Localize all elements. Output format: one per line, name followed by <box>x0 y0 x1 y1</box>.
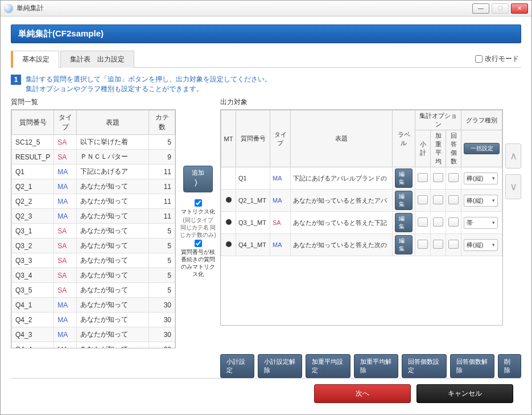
table-row[interactable]: Q2_2MAあなたが知って11 <box>12 194 175 209</box>
step-text-1: 集計する質問を選択して「追加」ボタンを押し、出力対象を設定してください。 <box>26 75 271 84</box>
table-row[interactable]: Q2_1_MTMAあなたが知っていると答えたアパ編集棒(縦) <box>221 190 502 212</box>
cell-title: あなたが知っていると答えた次の <box>291 234 393 256</box>
subtotal-set-button[interactable]: 小計設定 <box>220 354 254 378</box>
table-row[interactable]: Q3_1SAあなたが知って5 <box>12 224 175 239</box>
table-row[interactable]: Q1MA下記にあげるア11 <box>12 165 175 179</box>
rcount-check[interactable] <box>448 217 459 227</box>
graph-type-select[interactable]: 棒(縦) <box>464 239 498 251</box>
table-row[interactable]: Q3_5SAあなたが知って5 <box>12 283 175 298</box>
table-row[interactable]: Q4_1_MTMAあなたが知っていると答えた次の編集棒(縦) <box>221 234 502 256</box>
cell-title: あなたが知って <box>77 298 149 313</box>
step-number: 1 <box>11 75 21 85</box>
rcount-check[interactable] <box>448 195 459 204</box>
batch-set-button[interactable]: 一括設定 <box>464 143 500 154</box>
cell-qno: Q1 <box>236 167 270 190</box>
table-row[interactable]: Q2_1MAあなたが知って11 <box>12 179 175 194</box>
matrix-label: マトリクス化 <box>181 208 215 215</box>
move-up-button[interactable]: ∧ <box>505 143 521 169</box>
mt-dot-icon <box>226 241 232 247</box>
delete-button[interactable]: 削除 <box>498 354 521 378</box>
matrix-checkbox[interactable] <box>195 199 202 207</box>
cell-qno: Q2_2 <box>12 194 54 209</box>
maximize-button[interactable]: ☐ <box>492 3 509 14</box>
subtotal-check[interactable] <box>418 240 428 249</box>
cancel-button[interactable]: キャンセル <box>416 384 513 403</box>
table-row[interactable]: Q3_3SAあなたが知って5 <box>12 253 175 268</box>
table-row[interactable]: SC12_5SA以下に挙げた着5 <box>12 135 175 150</box>
wavg-set-button[interactable]: 加重平均設定 <box>306 354 350 378</box>
table-row[interactable]: Q4_2MAあなたが知って30 <box>12 313 175 327</box>
table-row[interactable]: Q3_1_MTSAあなたが知っていると答えた下記編集帯 <box>221 212 502 234</box>
wavg-check[interactable] <box>433 240 443 249</box>
add-button[interactable]: 追加 〉 <box>183 166 213 192</box>
cell-title: 下記にあげるアパレルブランドの <box>291 167 393 190</box>
cell-type: SA <box>54 150 77 165</box>
chevron-right-icon: 〉 <box>194 178 202 188</box>
tab-output[interactable]: 集計表 出力設定 <box>60 51 134 68</box>
move-down-button[interactable]: ∨ <box>505 174 521 199</box>
cell-title: 以下に挙げた着 <box>77 135 149 150</box>
linebreak-mode-checkbox[interactable] <box>475 55 482 63</box>
linebreak-mode-toggle[interactable]: 改行モード <box>475 54 521 64</box>
seq-matrix-checkbox[interactable] <box>195 240 202 247</box>
cell-cats: 30 <box>149 342 175 349</box>
tab-basic[interactable]: 基本設定 <box>11 51 59 68</box>
table-row[interactable]: Q3_4SAあなたが知って5 <box>12 268 175 283</box>
col-mt: MT <box>221 110 236 167</box>
next-button[interactable]: 次へ <box>314 384 411 403</box>
cell-qno: Q1 <box>12 165 54 179</box>
table-row[interactable]: Q4_4MAあなたが知って30 <box>12 342 175 349</box>
page-banner: 単純集計(CF2sample) <box>11 24 521 43</box>
minimize-button[interactable]: — <box>472 3 489 14</box>
footer: 次へ キャンセル <box>11 378 521 409</box>
window-title: 単純集計 <box>17 3 472 13</box>
cell-title: あなたが知って <box>77 224 149 239</box>
graph-type-select[interactable]: 棒(縦) <box>464 195 498 207</box>
table-row[interactable]: Q1MA下記にあげるアパレルブランドの編集棒(縦) <box>221 167 502 190</box>
table-row[interactable]: Q4_1MAあなたが知って30 <box>12 298 175 313</box>
question-list-table[interactable]: 質問番号 タイプ 表題 カテ数 SC12_5SA以下に挙げた着5RESULT_P… <box>11 109 176 348</box>
rcount-clear-button[interactable]: 回答個数解除 <box>450 354 495 378</box>
cell-type: MA <box>54 179 77 194</box>
edit-label-button[interactable]: 編集 <box>395 213 413 232</box>
cell-cats: 30 <box>149 327 175 342</box>
subtotal-check[interactable] <box>418 217 428 227</box>
col-agg-group: 集計オプション <box>415 110 461 130</box>
table-row[interactable]: Q2_3MAあなたが知って11 <box>12 209 175 224</box>
cell-qno: Q3_4 <box>12 268 54 283</box>
cell-cats: 5 <box>149 268 175 283</box>
cell-cats: 11 <box>149 194 175 209</box>
close-button[interactable]: ✕ <box>511 3 528 14</box>
graph-type-select[interactable]: 帯 <box>464 217 498 229</box>
output-target-table[interactable]: MT 質問番号 タイプ 表題 ラベル 集計オプション グラフ種別 小計 <box>220 109 503 326</box>
graph-type-select[interactable]: 棒(縦) <box>464 172 498 184</box>
cell-type: MA <box>270 190 291 212</box>
table-row[interactable]: Q4_3MAあなたが知って30 <box>12 327 175 342</box>
rcount-check[interactable] <box>448 240 459 249</box>
edit-label-button[interactable]: 編集 <box>395 235 413 254</box>
table-row[interactable]: RESULT_PSAＰＮＣＬパター9 <box>12 150 175 165</box>
col-r-title: 表題 <box>291 110 393 167</box>
table-row[interactable]: Q3_2SAあなたが知って5 <box>12 239 175 253</box>
cell-qno: RESULT_P <box>12 150 54 165</box>
titlebar: 単純集計 — ☐ ✕ <box>1 1 531 17</box>
cell-type: SA <box>54 239 77 253</box>
cell-type: MA <box>54 327 77 342</box>
wavg-check[interactable] <box>433 173 443 182</box>
rcount-set-button[interactable]: 回答個数設定 <box>402 354 447 378</box>
wavg-check[interactable] <box>433 195 443 204</box>
cell-title: あなたが知って <box>77 209 149 224</box>
col-cats: カテ数 <box>149 110 175 135</box>
step-text-2: 集計オプションやグラフ種別も設定することができます。 <box>26 84 271 94</box>
subtotal-clear-button[interactable]: 小計設定解除 <box>258 354 303 378</box>
subtotal-check[interactable] <box>418 173 428 182</box>
cell-cats: 5 <box>149 239 175 253</box>
edit-label-button[interactable]: 編集 <box>395 191 413 210</box>
edit-label-button[interactable]: 編集 <box>395 169 413 188</box>
rcount-check[interactable] <box>448 173 459 182</box>
wavg-check[interactable] <box>433 217 443 227</box>
wavg-clear-button[interactable]: 加重平均解除 <box>354 354 399 378</box>
tab-row: 基本設定 集計表 出力設定 改行モード <box>11 50 521 68</box>
subtotal-check[interactable] <box>418 195 428 204</box>
cell-mt <box>221 167 236 190</box>
